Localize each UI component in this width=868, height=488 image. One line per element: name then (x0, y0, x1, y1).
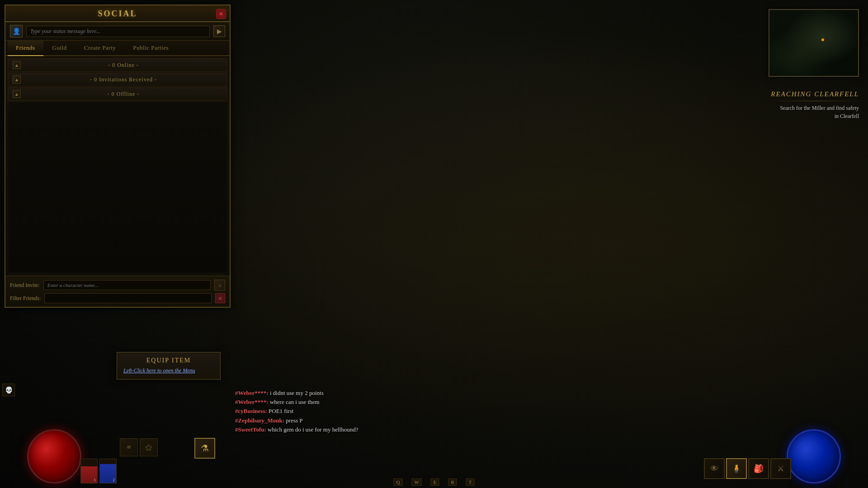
offline-collapse-icon[interactable]: ▲ (13, 90, 21, 98)
hud-icon-character[interactable]: 🧍 (726, 458, 747, 479)
invitations-section-label: - 0 Invitations Received - (24, 76, 222, 83)
chat-text-1: i didnt use my 2 points (270, 389, 324, 396)
right-hud-icons: 👁 🧍 🎒 ⚔ (704, 458, 791, 479)
chat-text-4: press P (286, 417, 302, 424)
health-orb (27, 429, 81, 483)
online-section-label: - 0 Online - (24, 62, 222, 69)
quest-description: Search for the Miller and find safety in… (771, 104, 859, 120)
friend-invite-input[interactable] (43, 280, 211, 290)
friend-invite-label: Friend Invite: (10, 282, 40, 289)
key-hint-r: R (448, 479, 457, 486)
status-send-button[interactable]: ▶ (213, 25, 225, 37)
offline-section-label: - 0 Offline - (24, 91, 222, 98)
equip-tooltip-link[interactable]: here to open the Menu (146, 367, 195, 374)
char-icon-menu[interactable]: ≡ (120, 438, 138, 456)
friend-invite-search-button[interactable]: ⌕ (214, 280, 225, 291)
chat-name-4: #Zephibary_Monk: (235, 417, 284, 424)
chat-text-2: where can i use them (270, 399, 320, 405)
filter-friends-input[interactable] (44, 293, 212, 303)
key-hint-e: E (431, 479, 439, 486)
chat-name-3: #cyBusiness: (235, 408, 267, 414)
chat-line-5: #SweetTofu: which gem do i use for my he… (235, 426, 359, 434)
tabs-container: Friends Guild Create Party Public Partie… (5, 41, 230, 56)
chat-name-1: #Weber****: (235, 389, 269, 396)
filter-friends-row: Filter Friends: × (10, 293, 225, 303)
friend-invite-row: Friend Invite: ⌕ (10, 280, 225, 291)
chat-name-5: #SweetTofu: (235, 426, 266, 433)
chat-line-3: #cyBusiness: POE1 first (235, 407, 359, 415)
avatar-icon: 👤 (10, 25, 23, 38)
tab-guild[interactable]: Guild (44, 41, 75, 56)
hud-icon-inventory[interactable]: 🎒 (748, 458, 769, 479)
flask-equipped-item[interactable]: ⚗ (194, 438, 215, 459)
character-action-icons: ≡ ⚝ (120, 438, 158, 456)
key-hints: Q W E R T (393, 479, 474, 486)
equip-tooltip-title: Equip Item (123, 357, 214, 364)
tab-public-parties[interactable]: Public Parties (125, 41, 177, 56)
key-hint-w: W (411, 479, 421, 486)
chat-line-2: #Weber****: where can i use them (235, 398, 359, 406)
flask-slot-2[interactable]: 2 (99, 459, 117, 483)
close-button[interactable]: × (216, 9, 226, 19)
panel-header: Social × (5, 5, 230, 22)
flask-area: 1 2 (80, 459, 117, 483)
key-hint-t: T (466, 479, 475, 486)
online-collapse-icon[interactable]: ▲ (13, 61, 21, 69)
minimap-terrain (769, 10, 858, 76)
minimap (769, 9, 859, 77)
quest-title: Reaching Clearfell (771, 90, 859, 98)
chat-text-3: POE1 first (269, 408, 293, 414)
key-hint-q: Q (393, 479, 402, 486)
side-icon-skull[interactable]: 💀 (2, 384, 15, 396)
chat-line-4: #Zephibary_Monk: press P (235, 417, 359, 425)
panel-title: Social (5, 9, 230, 19)
quest-info: Reaching Clearfell Search for the Miller… (771, 90, 859, 120)
minimap-player-marker (821, 38, 824, 41)
chat-text-5: which gem do i use for my hellhound? (268, 426, 358, 433)
status-input[interactable] (26, 26, 210, 37)
chat-messages: #Weber****: i didnt use my 2 points #Web… (235, 389, 359, 434)
friends-content: ▲ - 0 Online - ▲ - 0 Invitations Receive… (5, 56, 230, 276)
tab-create-party[interactable]: Create Party (76, 41, 124, 56)
equip-item-tooltip: Equip Item Left-Click here to open the M… (117, 352, 221, 380)
minimap-content (769, 10, 858, 76)
status-bar: 👤 ▶ (5, 22, 230, 41)
chat-line-1: #Weber****: i didnt use my 2 points (235, 389, 359, 397)
left-side-icons: 💀 (2, 384, 15, 398)
flask-number-1: 1 (94, 478, 96, 482)
filter-clear-button[interactable]: × (215, 293, 225, 303)
hud-icon-eye[interactable]: 👁 (704, 458, 725, 479)
filter-friends-label: Filter Friends: (10, 295, 41, 302)
mana-orb (787, 429, 841, 483)
char-icon-skills[interactable]: ⚝ (140, 438, 158, 456)
invitations-collapse-icon[interactable]: ▲ (13, 75, 21, 84)
tab-friends[interactable]: Friends (8, 41, 43, 56)
flask-slot-1[interactable]: 1 (80, 459, 98, 483)
online-section-header[interactable]: ▲ - 0 Online - (8, 58, 227, 72)
invitations-section-header[interactable]: ▲ - 0 Invitations Received - (8, 73, 227, 86)
quest-separator (771, 101, 859, 101)
friends-list-empty (8, 102, 227, 273)
equip-tooltip-desc: Left-Click here to open the Menu (123, 367, 214, 375)
hud-icon-skills-bar[interactable]: ⚔ (770, 458, 791, 479)
offline-section-header[interactable]: ▲ - 0 Offline - (8, 87, 227, 101)
panel-bottom: Friend Invite: ⌕ Filter Friends: × (5, 276, 230, 307)
chat-name-2: #Weber****: (235, 399, 269, 405)
social-panel: Social × 👤 ▶ Friends Guild Create Party … (5, 5, 231, 308)
flask-number-2: 2 (113, 478, 115, 482)
